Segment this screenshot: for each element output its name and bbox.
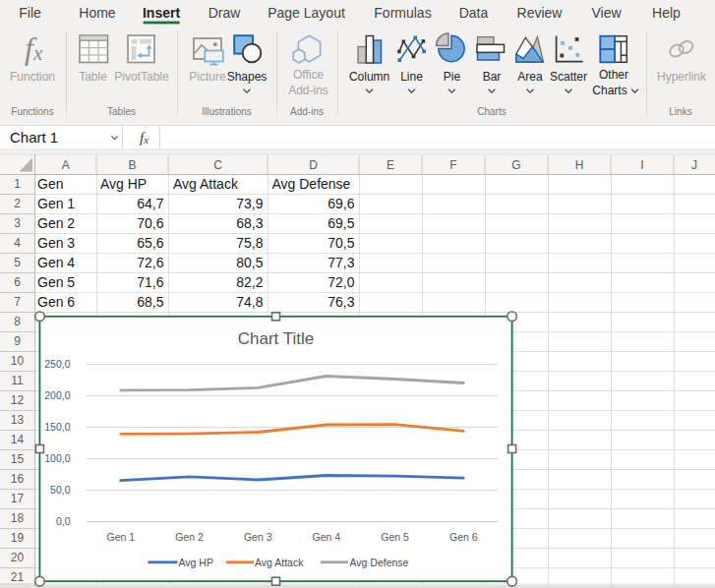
svg-text:73,9: 73,9 bbox=[236, 196, 263, 211]
svg-text:76,3: 76,3 bbox=[328, 294, 354, 310]
svg-text:Add-ins: Add-ins bbox=[290, 106, 324, 117]
svg-text:Gen 1: Gen 1 bbox=[106, 531, 135, 543]
svg-text:12: 12 bbox=[11, 393, 25, 407]
svg-text:PivotTable: PivotTable bbox=[114, 70, 169, 84]
svg-text:17: 17 bbox=[11, 492, 25, 505]
svg-text:C: C bbox=[213, 158, 222, 172]
svg-text:75,8: 75,8 bbox=[236, 235, 263, 251]
svg-text:Avg Attack: Avg Attack bbox=[173, 176, 239, 192]
svg-text:Avg Defense: Avg Defense bbox=[350, 557, 409, 568]
svg-text:Gen 1: Gen 1 bbox=[37, 196, 75, 211]
svg-text:Help: Help bbox=[652, 5, 681, 21]
svg-text:Draw: Draw bbox=[209, 5, 242, 21]
svg-text:J: J bbox=[691, 158, 697, 172]
svg-text:14: 14 bbox=[11, 433, 25, 446]
svg-text:15: 15 bbox=[11, 452, 25, 466]
svg-text:Column: Column bbox=[349, 70, 389, 84]
svg-text:Avg Attack: Avg Attack bbox=[255, 557, 304, 568]
svg-text:11: 11 bbox=[11, 374, 24, 387]
svg-text:19: 19 bbox=[11, 531, 25, 545]
svg-text:Area: Area bbox=[517, 70, 543, 84]
svg-text:Charts: Charts bbox=[477, 106, 506, 117]
svg-text:Pie: Pie bbox=[444, 70, 461, 84]
svg-text:Gen 5: Gen 5 bbox=[381, 531, 409, 543]
svg-text:21: 21 bbox=[11, 570, 25, 584]
svg-text:Gen 2: Gen 2 bbox=[175, 531, 204, 543]
svg-text:A: A bbox=[62, 158, 70, 172]
svg-text:3: 3 bbox=[14, 216, 21, 230]
svg-text:I: I bbox=[640, 158, 643, 172]
svg-text:Gen: Gen bbox=[37, 176, 63, 192]
svg-text:70,5: 70,5 bbox=[328, 235, 354, 251]
svg-text:Functions: Functions bbox=[11, 106, 53, 117]
svg-text:64,7: 64,7 bbox=[137, 196, 163, 211]
svg-text:Gen 5: Gen 5 bbox=[37, 274, 75, 290]
svg-text:Avg HP: Avg HP bbox=[179, 557, 213, 568]
svg-text:Bar: Bar bbox=[483, 70, 502, 84]
svg-text:65,6: 65,6 bbox=[137, 235, 163, 251]
svg-text:Illustrations: Illustrations bbox=[202, 106, 252, 117]
svg-text:Chart Title: Chart Title bbox=[238, 329, 314, 348]
svg-text:72,6: 72,6 bbox=[137, 255, 163, 270]
svg-text:71,6: 71,6 bbox=[137, 274, 163, 290]
svg-text:8: 8 bbox=[14, 315, 21, 328]
svg-text:Add-ins: Add-ins bbox=[288, 84, 328, 97]
svg-text:100,0: 100,0 bbox=[44, 452, 70, 464]
svg-text:69,6: 69,6 bbox=[328, 196, 354, 211]
svg-text:Chart 1: Chart 1 bbox=[10, 129, 58, 146]
svg-text:4: 4 bbox=[14, 236, 21, 250]
svg-text:70,6: 70,6 bbox=[137, 215, 163, 231]
svg-text:Gen 4: Gen 4 bbox=[313, 531, 341, 543]
svg-text:Charts: Charts bbox=[592, 84, 626, 97]
svg-text:9: 9 bbox=[14, 334, 21, 348]
svg-text:1: 1 bbox=[14, 177, 21, 191]
svg-text:Review: Review bbox=[517, 5, 564, 21]
svg-text:Avg Defense: Avg Defense bbox=[272, 176, 351, 192]
svg-text:10: 10 bbox=[11, 354, 25, 368]
svg-text:Other: Other bbox=[599, 68, 628, 82]
svg-text:74,8: 74,8 bbox=[236, 294, 263, 310]
svg-text:69,5: 69,5 bbox=[328, 215, 354, 231]
svg-text:150,0: 150,0 bbox=[44, 421, 70, 433]
svg-text:Links: Links bbox=[669, 106, 691, 117]
svg-text:13: 13 bbox=[11, 413, 25, 427]
svg-text:0,0: 0,0 bbox=[56, 515, 71, 527]
svg-text:Table: Table bbox=[79, 70, 107, 84]
svg-text:250,0: 250,0 bbox=[44, 358, 70, 370]
svg-text:5: 5 bbox=[14, 256, 21, 269]
svg-text:7: 7 bbox=[14, 295, 21, 309]
svg-text:80,5: 80,5 bbox=[236, 255, 263, 270]
svg-text:Gen 2: Gen 2 bbox=[37, 215, 75, 231]
svg-text:Hyperlink: Hyperlink bbox=[657, 70, 707, 84]
svg-text:G: G bbox=[511, 158, 520, 172]
svg-text:Formulas: Formulas bbox=[374, 5, 431, 21]
svg-text:Gen 6: Gen 6 bbox=[449, 531, 478, 543]
svg-text:200,0: 200,0 bbox=[44, 389, 70, 401]
svg-text:Scatter: Scatter bbox=[550, 70, 587, 84]
svg-text:Insert: Insert bbox=[143, 5, 180, 21]
svg-text:68,3: 68,3 bbox=[236, 215, 263, 231]
svg-text:68,5: 68,5 bbox=[137, 294, 163, 310]
svg-text:View: View bbox=[591, 5, 622, 21]
svg-text:Home: Home bbox=[79, 5, 116, 21]
svg-text:Page Layout: Page Layout bbox=[268, 5, 345, 21]
svg-text:F: F bbox=[449, 158, 456, 172]
svg-text:72,0: 72,0 bbox=[328, 274, 354, 290]
svg-text:Tables: Tables bbox=[107, 106, 136, 117]
svg-text:Gen 4: Gen 4 bbox=[37, 255, 75, 270]
svg-text:2: 2 bbox=[14, 197, 21, 210]
svg-text:16: 16 bbox=[11, 472, 25, 486]
svg-text:6: 6 bbox=[14, 275, 21, 289]
svg-text:77,3: 77,3 bbox=[328, 255, 354, 270]
svg-text:18: 18 bbox=[11, 511, 25, 525]
svg-text:Line: Line bbox=[400, 70, 423, 84]
svg-text:Data: Data bbox=[459, 5, 489, 21]
svg-text:D: D bbox=[309, 158, 318, 172]
svg-text:E: E bbox=[387, 158, 394, 172]
svg-text:Gen 6: Gen 6 bbox=[37, 294, 75, 310]
svg-text:Picture: Picture bbox=[189, 70, 226, 84]
svg-text:50,0: 50,0 bbox=[50, 484, 71, 496]
svg-text:Function: Function bbox=[10, 70, 55, 84]
svg-text:Avg HP: Avg HP bbox=[100, 176, 147, 192]
svg-text:Gen 3: Gen 3 bbox=[244, 531, 272, 543]
